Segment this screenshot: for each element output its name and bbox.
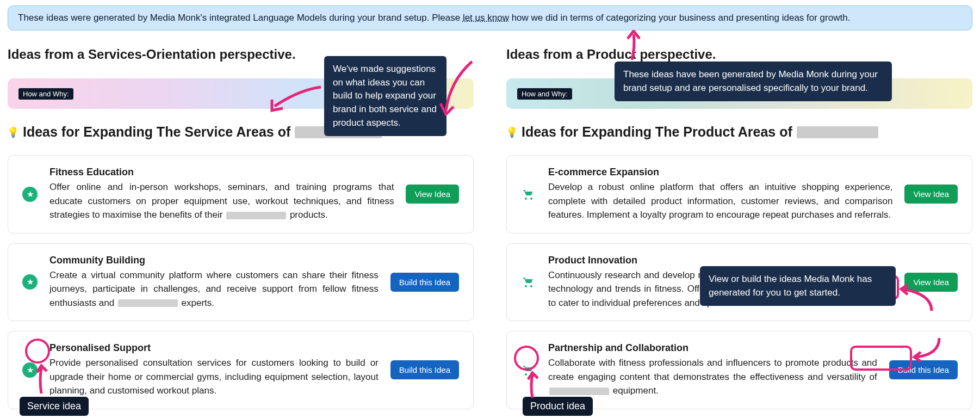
- idea-title: Partnership and Collaboration: [548, 342, 877, 354]
- product-column: Ideas from a Product perspective. How an…: [506, 47, 972, 418]
- idea-title: Product Innovation: [548, 255, 892, 266]
- cart-icon: [521, 362, 536, 378]
- idea-desc: Create a virtual community platform wher…: [49, 268, 379, 310]
- service-idea-card: ★ Community Building Create a virtual co…: [8, 243, 474, 322]
- expand-services-text: Ideas for Expanding The Service Areas of: [23, 124, 290, 140]
- view-idea-button[interactable]: View Idea: [406, 185, 459, 204]
- info-banner: These ideas were generated by Media Monk…: [8, 5, 972, 30]
- howwhy-label: How and Why:: [18, 88, 73, 100]
- cart-icon: [521, 187, 536, 202]
- howwhy-label: How and Why:: [517, 88, 572, 100]
- idea-desc: Provide personalised consultation servic…: [49, 356, 379, 398]
- tooltip-viewbuild: View or build the ideas Media Monk has g…: [700, 266, 896, 306]
- idea-title: Community Building: [49, 255, 379, 266]
- banner-post: how we did in terms of categorizing your…: [509, 13, 850, 23]
- tooltip-generated: These ideas have been generated by Media…: [615, 62, 892, 101]
- product-perspective-title: Ideas from a Product perspective.: [506, 47, 972, 62]
- idea-desc: Collaborate with fitness professionals a…: [548, 356, 877, 398]
- service-idea-card: ★ Fitness Education Offer online and in-…: [8, 155, 474, 233]
- idea-desc: Offer online and in-person workshops, se…: [49, 180, 394, 222]
- star-icon: ★: [22, 187, 38, 202]
- service-idea-badge: Service idea: [20, 397, 89, 416]
- product-idea-badge: Product idea: [523, 397, 593, 416]
- star-icon: ★: [22, 362, 38, 378]
- redacted-brand-inline: [226, 212, 286, 219]
- lightbulb-icon: 💡: [8, 127, 18, 138]
- expand-product-text: Ideas for Expanding The Product Areas of: [522, 124, 792, 140]
- redacted-brand-inline: [549, 388, 609, 395]
- build-idea-button[interactable]: Build this Idea: [889, 360, 958, 379]
- star-icon: ★: [22, 274, 38, 290]
- idea-desc: Develop a robust online platform that of…: [548, 180, 892, 222]
- redacted-brand: [797, 126, 878, 138]
- let-us-know-link[interactable]: let us know: [463, 13, 509, 23]
- banner-pre: These ideas were generated by Media Monk…: [18, 13, 463, 23]
- view-idea-button[interactable]: View Idea: [904, 273, 958, 292]
- view-idea-button[interactable]: View Idea: [904, 185, 958, 204]
- expand-product-title: 💡 Ideas for Expanding The Product Areas …: [506, 124, 972, 140]
- idea-title: E-commerce Expansion: [548, 167, 892, 178]
- tooltip-suggestions: We've made suggestions on what ideas you…: [324, 56, 446, 136]
- build-idea-button[interactable]: Build this Idea: [390, 360, 459, 379]
- build-idea-button[interactable]: Build this Idea: [390, 273, 459, 292]
- lightbulb-icon: 💡: [506, 127, 517, 138]
- redacted-brand-inline: [118, 299, 178, 307]
- product-idea-card: E-commerce Expansion Develop a robust on…: [506, 155, 972, 233]
- idea-title: Fitness Education: [49, 167, 394, 178]
- cart-icon: [521, 274, 536, 290]
- idea-title: Personalised Support: [49, 342, 379, 354]
